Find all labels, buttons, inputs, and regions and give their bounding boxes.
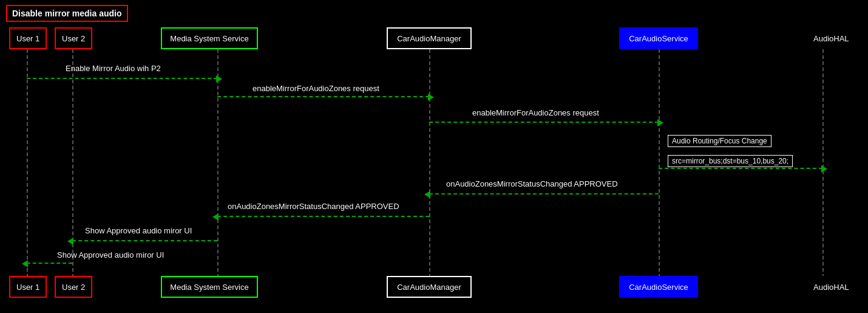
msg6-arrow — [429, 193, 659, 194]
msg3-arrow — [429, 122, 659, 123]
note-src: src=mirror_bus;dst=bus_10,bus_20; — [668, 155, 793, 167]
msg8-arrow — [72, 240, 217, 241]
lifeline-user1 — [27, 49, 28, 276]
lifeline-cam — [429, 49, 430, 276]
actor-cam-top: CarAudioManager — [387, 27, 472, 49]
actor-cas-bot: CarAudioService — [619, 276, 698, 298]
msg8-label: Show Approved audio miror UI — [85, 226, 192, 235]
actor-hal-bot: AudioHAL — [807, 276, 855, 298]
actor-cas-top: CarAudioService — [619, 27, 698, 49]
msg2-arrow — [217, 96, 429, 97]
diagram-title: Disable mirror media audio — [6, 5, 128, 22]
note-routing: Audio Routing/Focus Change — [668, 135, 771, 147]
actor-cam-bot: CarAudioManager — [387, 276, 472, 298]
msg1-arrow — [27, 78, 217, 79]
msg3-label: enableMirrorForAudioZones request — [472, 108, 599, 117]
msg2-label: enableMirrorForAudioZones request — [253, 84, 379, 93]
msg1-label: Enable Mirror Audio wih P2 — [66, 64, 161, 73]
msg9-label: Show Approved audio miror UI — [57, 250, 164, 260]
actor-mss-top: Media System Service — [161, 27, 258, 49]
msg6-label: onAudioZonesMirrorStatusChanged APPROVED — [446, 179, 618, 188]
actor-user2-top: User 2 — [55, 27, 92, 49]
actor-user2-bot: User 2 — [55, 276, 92, 298]
msg7-label: onAudioZonesMirrorStatusChanged APPROVED — [228, 202, 399, 211]
actor-user1-top: User 1 — [9, 27, 47, 49]
lifeline-cas — [659, 49, 660, 276]
lifeline-hal — [822, 49, 824, 276]
actor-hal-top: AudioHAL — [807, 27, 855, 49]
actor-mss-bot: Media System Service — [161, 276, 258, 298]
msg7-arrow — [217, 216, 429, 217]
actor-user1-bot: User 1 — [9, 276, 47, 298]
msg4-arrow — [659, 168, 822, 169]
lifeline-mss — [217, 49, 219, 276]
msg9-arrow — [27, 263, 72, 264]
